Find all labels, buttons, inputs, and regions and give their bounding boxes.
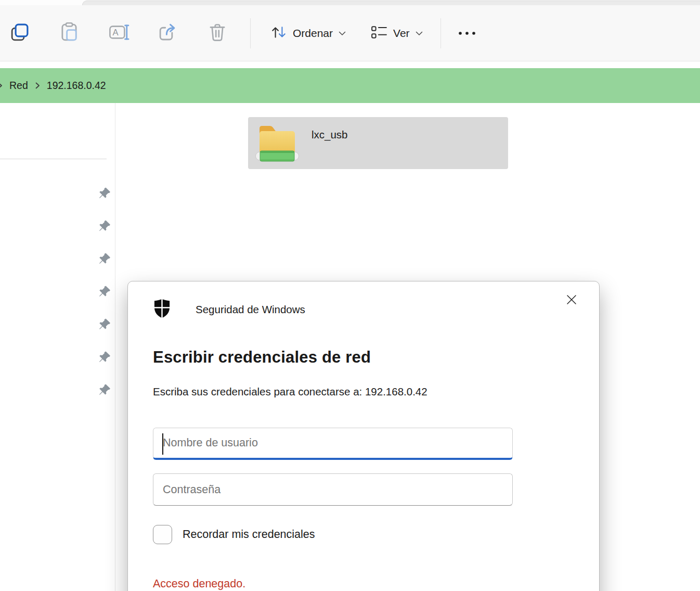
copy-button[interactable] bbox=[3, 15, 36, 52]
network-folder-icon bbox=[255, 122, 299, 164]
password-placeholder: Contraseña bbox=[163, 483, 221, 496]
paste-icon bbox=[58, 21, 80, 45]
dialog-title: Escribir credenciales de red bbox=[153, 348, 574, 367]
address-bar[interactable]: Red 192.168.0.42 bbox=[0, 68, 700, 103]
pin-icon bbox=[98, 317, 111, 331]
breadcrumb-item-host[interactable]: 192.168.0.42 bbox=[47, 80, 106, 92]
toolbar-separator bbox=[440, 18, 441, 48]
delete-button[interactable] bbox=[201, 15, 234, 52]
pin-icon bbox=[98, 219, 111, 233]
windows-security-dialog: Seguridad de Windows Escribir credencial… bbox=[127, 281, 600, 591]
text-caret bbox=[162, 433, 163, 455]
sidebar-pins bbox=[98, 186, 111, 396]
chevron-down-icon bbox=[416, 29, 423, 38]
toolbar-separator bbox=[250, 18, 251, 48]
breadcrumb-chevron-icon bbox=[0, 82, 3, 89]
paste-button[interactable] bbox=[53, 15, 86, 52]
sidebar-divider bbox=[0, 159, 107, 159]
view-icon bbox=[371, 25, 387, 42]
breadcrumb-chevron-icon bbox=[35, 82, 40, 89]
svg-text:A: A bbox=[112, 28, 119, 37]
sort-dropdown[interactable]: Ordenar bbox=[258, 15, 358, 52]
password-field[interactable]: Contraseña bbox=[153, 473, 513, 506]
share-icon bbox=[157, 21, 179, 45]
more-options-button[interactable] bbox=[448, 15, 486, 52]
command-toolbar: A bbox=[0, 5, 700, 61]
folder-item-lxc-usb[interactable]: lxc_usb bbox=[248, 117, 508, 169]
pin-icon bbox=[98, 383, 111, 396]
tab-strip bbox=[0, 0, 700, 5]
pin-icon bbox=[98, 186, 111, 200]
sort-label: Ordenar bbox=[293, 27, 333, 40]
dialog-subtitle: Escriba sus credenciales para conectarse… bbox=[153, 386, 574, 398]
more-icon bbox=[457, 29, 477, 38]
share-button[interactable] bbox=[151, 15, 185, 52]
explorer-window: A bbox=[0, 0, 700, 591]
close-icon bbox=[565, 293, 578, 309]
view-label: Ver bbox=[393, 27, 410, 40]
username-placeholder: Nombre de usuario bbox=[163, 436, 258, 449]
remember-label: Recordar mis credenciales bbox=[183, 528, 315, 541]
delete-icon bbox=[206, 21, 228, 45]
remember-credentials-row[interactable]: Recordar mis credenciales bbox=[153, 525, 574, 544]
pin-icon bbox=[98, 350, 111, 364]
breadcrumb-item-red[interactable]: Red bbox=[9, 80, 28, 92]
view-dropdown[interactable]: Ver bbox=[358, 15, 435, 52]
dialog-header: Seguridad de Windows bbox=[153, 298, 574, 321]
rename-button[interactable]: A bbox=[102, 15, 135, 52]
chevron-down-icon bbox=[339, 29, 346, 38]
error-message: Acceso denegado. bbox=[153, 577, 574, 590]
pin-icon bbox=[98, 252, 111, 265]
copy-icon bbox=[9, 21, 31, 45]
content-area: lxc_usb Seguridad de Windows bbox=[0, 103, 700, 591]
remember-checkbox[interactable] bbox=[153, 525, 172, 544]
dialog-app-title: Seguridad de Windows bbox=[196, 303, 305, 316]
username-field[interactable]: Nombre de usuario bbox=[153, 428, 513, 460]
pin-icon bbox=[98, 285, 111, 298]
navigation-pane bbox=[0, 103, 115, 591]
security-shield-icon bbox=[153, 298, 171, 321]
folder-name-label: lxc_usb bbox=[312, 129, 348, 141]
rename-icon: A bbox=[108, 21, 129, 45]
close-dialog-button[interactable] bbox=[562, 291, 581, 311]
sort-icon bbox=[270, 24, 287, 43]
